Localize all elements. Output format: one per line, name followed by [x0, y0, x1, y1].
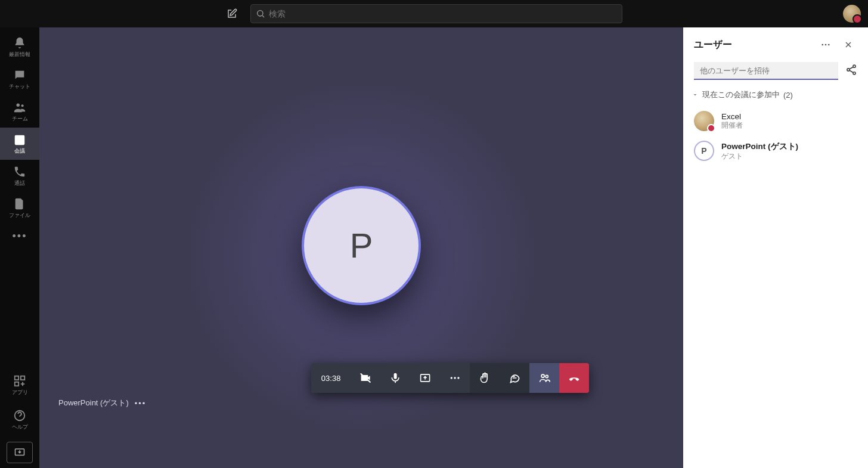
- ellipsis-icon: [449, 372, 461, 384]
- compose-button[interactable]: [222, 4, 242, 24]
- rail-item-apps[interactable]: アプリ: [0, 369, 39, 401]
- panel-more-button[interactable]: [817, 36, 835, 54]
- chevron-down-icon: [692, 91, 699, 98]
- svg-point-1: [17, 103, 20, 107]
- participant-name: PowerPoint (ゲスト): [721, 141, 798, 152]
- raise-hand-button[interactable]: [470, 363, 500, 393]
- svg-rect-6: [15, 382, 18, 385]
- participant-role: 開催者: [721, 121, 743, 130]
- panel-header: ユーザー: [683, 27, 868, 62]
- more-actions-button[interactable]: [440, 363, 470, 393]
- rail-item-help[interactable]: ヘルプ: [0, 404, 39, 436]
- rail-item-files[interactable]: ファイル: [0, 192, 39, 224]
- speaker-name-label: PowerPoint (ゲスト) •••: [58, 398, 146, 408]
- call-timer: 03:38: [311, 363, 351, 393]
- people-panel: ユーザー 現在この会議に参加中 (2) Excel 開催者 P PowerPoi: [683, 27, 868, 468]
- rail-item-chat[interactable]: チャット: [0, 63, 39, 95]
- search-icon: [256, 9, 265, 18]
- participants-icon: [538, 372, 550, 384]
- rail-download-button[interactable]: [7, 442, 33, 463]
- rail-label: 会議: [14, 147, 25, 155]
- svg-point-11: [451, 377, 452, 379]
- rail-label: ファイル: [9, 212, 30, 219]
- search-input[interactable]: [269, 9, 617, 18]
- camera-off-icon: [359, 372, 371, 384]
- profile-avatar[interactable]: [843, 5, 861, 23]
- camera-toggle-button[interactable]: [351, 363, 380, 393]
- svg-point-12: [454, 377, 455, 379]
- hangup-button[interactable]: [559, 363, 589, 393]
- help-icon: [13, 409, 26, 422]
- speaker-more-icon[interactable]: •••: [135, 399, 147, 408]
- svg-rect-4: [15, 376, 18, 379]
- participant-avatar: P: [694, 141, 714, 161]
- participant-role: ゲスト: [721, 152, 798, 161]
- share-invite-button[interactable]: [845, 64, 857, 78]
- rail-item-teams[interactable]: チーム: [0, 95, 39, 128]
- chat-button[interactable]: [500, 363, 529, 393]
- svg-point-2: [21, 104, 23, 107]
- svg-point-17: [825, 44, 827, 46]
- panel-close-button[interactable]: [839, 36, 857, 54]
- people-button[interactable]: [529, 363, 559, 393]
- rail-more-button[interactable]: •••: [13, 224, 27, 248]
- meeting-toolbar: 03:38: [311, 363, 589, 393]
- speaker-name-text: PowerPoint (ゲスト): [58, 398, 129, 408]
- rail-item-meetings[interactable]: 会議: [0, 128, 39, 160]
- rail-item-calls[interactable]: 通話: [0, 160, 39, 192]
- svg-point-19: [853, 65, 855, 67]
- mic-toggle-button[interactable]: [380, 363, 410, 393]
- title-bar: [0, 0, 868, 27]
- download-icon: [14, 447, 25, 458]
- apps-icon: [13, 374, 26, 388]
- share-tray-icon: [419, 372, 431, 384]
- file-icon: [13, 197, 26, 210]
- svg-rect-3: [17, 140, 18, 141]
- chat-bubble-icon: [509, 372, 520, 384]
- rail-label: 最新情報: [9, 51, 30, 58]
- section-header-in-meeting[interactable]: 現在この会議に参加中 (2): [683, 86, 868, 104]
- participant-avatar: [694, 111, 714, 131]
- section-label: 現在この会議に参加中: [702, 89, 780, 100]
- left-nav-rail: 最新情報 チャット チーム 会議 通話 ファイル ••• アプリ ヘルプ: [0, 27, 39, 468]
- svg-point-15: [545, 375, 548, 377]
- participant-row[interactable]: Excel 開催者: [690, 106, 861, 136]
- participant-avatar-large: P: [302, 186, 421, 305]
- svg-point-21: [853, 72, 855, 75]
- svg-point-13: [457, 377, 459, 379]
- invite-row: [683, 62, 868, 86]
- close-icon: [844, 40, 853, 49]
- hangup-icon: [568, 372, 580, 384]
- chat-icon: [13, 69, 26, 82]
- svg-point-20: [847, 69, 850, 71]
- calendar-icon: [13, 133, 26, 146]
- phone-icon: [13, 165, 26, 178]
- mic-icon: [389, 372, 401, 384]
- svg-point-18: [828, 44, 830, 46]
- invite-input[interactable]: [694, 62, 838, 80]
- svg-point-16: [822, 44, 823, 46]
- section-count: (2): [783, 91, 793, 100]
- search-box[interactable]: [250, 4, 622, 23]
- bell-icon: [13, 36, 26, 49]
- hand-icon: [479, 372, 491, 384]
- ellipsis-icon: [820, 39, 831, 50]
- participant-name: Excel: [721, 112, 743, 121]
- rail-label: 通話: [14, 179, 25, 187]
- rail-item-activity[interactable]: 最新情報: [0, 31, 39, 63]
- meeting-stage: P PowerPoint (ゲスト) ••• 03:38: [39, 27, 683, 468]
- svg-point-14: [541, 374, 544, 377]
- rail-label: アプリ: [12, 389, 28, 396]
- share-icon: [845, 64, 857, 76]
- rail-label: ヘルプ: [12, 423, 28, 431]
- rail-label: チャット: [9, 83, 30, 91]
- panel-title: ユーザー: [694, 39, 812, 51]
- rail-label: チーム: [12, 115, 28, 123]
- svg-rect-5: [21, 376, 24, 379]
- avatar-initial: P: [350, 225, 373, 265]
- participant-row[interactable]: P PowerPoint (ゲスト) ゲスト: [690, 136, 861, 166]
- people-icon: [13, 101, 26, 114]
- participant-list: Excel 開催者 P PowerPoint (ゲスト) ゲスト: [683, 104, 868, 168]
- share-screen-button[interactable]: [410, 363, 440, 393]
- svg-point-0: [258, 11, 263, 16]
